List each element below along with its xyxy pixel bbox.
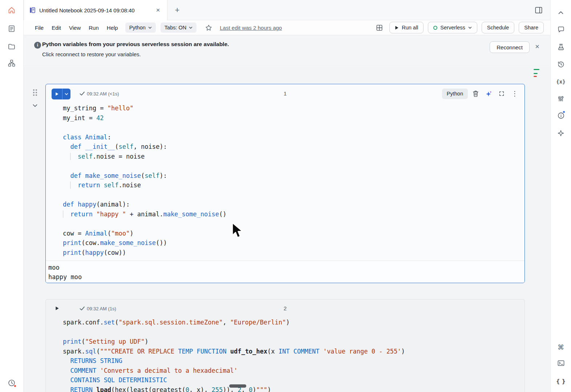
reconnect-button[interactable]: Reconnect <box>490 41 530 53</box>
toolbar: Run all Serverless Schedule Share <box>373 22 544 33</box>
code-line: RETURNS STRING <box>46 356 525 366</box>
panel-toggle-icon[interactable] <box>534 6 543 14</box>
code-line: def happy(animal): <box>46 200 525 209</box>
home-icon[interactable] <box>6 5 17 16</box>
cell-header: 09:32 AM (1s) 2 <box>46 299 525 315</box>
code-line: spark.sql("""CREATE OR REPLACE TEMP FUNC… <box>46 347 525 356</box>
code-line: return "happy " + animal.make_some_noise… <box>46 209 525 219</box>
banner-close-icon[interactable]: × <box>533 42 542 51</box>
menu-item-run[interactable]: Run <box>85 23 103 33</box>
cell-menu-kebab-icon[interactable]: ⋮ <box>509 88 520 99</box>
run-all-label: Run all <box>402 25 418 30</box>
code-line: RETURN lpad(hex(least(greatest(0, x), 25… <box>46 385 525 392</box>
braces-icon[interactable]: { } <box>555 376 566 387</box>
output-line: moo <box>48 263 525 272</box>
info-icon[interactable] <box>555 110 566 121</box>
recents-clock-icon[interactable] <box>6 377 17 388</box>
notification-dot <box>14 385 16 387</box>
menu-item-help[interactable]: Help <box>103 23 122 33</box>
language-selector-label: Python <box>129 25 146 30</box>
play-icon <box>395 25 399 30</box>
assistant-sparkle-icon[interactable] <box>483 88 494 99</box>
menu-bar: File Edit View Run Help Python Tabs: ON … <box>24 20 550 35</box>
code-cell-1[interactable]: 09:32 AM (<1s) 1 Python <box>45 84 525 283</box>
schedule-label: Schedule <box>487 25 509 30</box>
variables-icon[interactable]: {x} <box>555 76 566 87</box>
scrollbar-thumb[interactable] <box>229 384 246 388</box>
new-tab-button[interactable]: + <box>173 5 182 15</box>
code-editor[interactable]: spark.conf.set("spark.sql.session.timeZo… <box>46 315 525 392</box>
notebook-tab-icon <box>29 7 36 13</box>
favorite-star-icon[interactable] <box>204 23 213 32</box>
code-line <box>46 190 525 200</box>
workflows-icon[interactable] <box>6 58 17 69</box>
cell-drag-handle[interactable] <box>33 89 37 96</box>
cell-number: 1 <box>284 90 287 97</box>
run-cell-button[interactable] <box>52 89 70 99</box>
version-history-icon[interactable] <box>555 59 566 70</box>
comments-icon[interactable] <box>555 24 566 35</box>
share-label: Share <box>524 25 538 30</box>
variables-glyph: {x} <box>556 79 565 85</box>
tab-close-icon[interactable]: × <box>154 6 162 14</box>
tab-bar: Untitled Notebook 2025-09-14 09:08:40 × … <box>24 0 550 20</box>
kebab-glyph: ⋮ <box>511 90 518 98</box>
code-line: def make_some_noise(self): <box>46 171 525 181</box>
fullscreen-icon[interactable] <box>496 88 507 99</box>
cell-minimap <box>534 69 539 77</box>
success-check-icon <box>80 306 85 311</box>
tabs-toggle[interactable]: Tabs: ON <box>161 23 197 33</box>
chevron-up-icon[interactable] <box>555 7 566 18</box>
notebook-canvas: 09:32 AM (<1s) 1 Python <box>24 67 550 392</box>
serverless-status-icon <box>433 26 437 30</box>
code-cell-2[interactable]: 09:32 AM (1s) 2 spark.conf.set("spark.sq… <box>45 299 525 392</box>
banner-subtitle: Click reconnect to restore your variable… <box>42 51 141 57</box>
chevron-down-icon <box>189 26 193 29</box>
minimap-mark <box>534 76 537 77</box>
notebook-list-icon[interactable] <box>6 23 17 34</box>
assistant-sparkle-icon[interactable] <box>555 128 566 139</box>
serverless-compute-button[interactable]: Serverless <box>428 22 477 33</box>
menu-item-view[interactable]: View <box>65 23 85 33</box>
info-notification-dot <box>563 111 565 113</box>
code-line <box>46 219 525 229</box>
experiments-flask-icon[interactable] <box>555 41 566 52</box>
schedule-button[interactable]: Schedule <box>482 22 514 33</box>
left-sidebar <box>0 0 24 392</box>
menu-item-edit[interactable]: Edit <box>48 23 65 33</box>
last-edit-link[interactable]: Last edit was 2 hours ago <box>220 25 282 31</box>
code-editor[interactable]: my_string = "hello"my_int = 42class Anim… <box>46 101 525 261</box>
play-icon[interactable] <box>52 89 62 99</box>
layout-grid-icon[interactable] <box>373 22 385 33</box>
run-all-button[interactable]: Run all <box>389 22 424 33</box>
code-line: print("Setting up UDF") <box>46 337 525 347</box>
braces-glyph: { } <box>556 378 566 385</box>
code-line <box>46 123 525 132</box>
menu-item-file[interactable]: File <box>31 23 48 33</box>
main-area: Untitled Notebook 2025-09-14 09:08:40 × … <box>24 0 550 392</box>
run-options-chevron-icon[interactable] <box>62 89 70 99</box>
notebook-tab[interactable]: Untitled Notebook 2025-09-14 09:08:40 × <box>24 0 167 20</box>
cell-language-pill[interactable]: Python <box>442 89 468 99</box>
shortcuts-cmd-icon[interactable]: ⌘ <box>555 342 566 352</box>
code-line: COMMENT 'Converts a decimal to a hexadec… <box>46 366 525 376</box>
output-line: happy moo <box>48 272 525 282</box>
code-line: print(cow.make_some_noise()) <box>46 238 525 248</box>
cell-output: moohappy moo <box>46 261 525 283</box>
cell-run-timestamp: 09:32 AM (1s) <box>87 306 116 311</box>
language-selector[interactable]: Python <box>125 23 156 33</box>
terminal-icon[interactable] <box>555 358 566 368</box>
folder-icon[interactable] <box>6 41 17 52</box>
cell-collapse-chevron-icon[interactable] <box>33 104 37 107</box>
success-check-icon <box>80 91 85 96</box>
code-line: my_string = "hello" <box>46 103 525 113</box>
environment-sliders-icon[interactable] <box>555 93 566 104</box>
session-banner: i Python variables from your previous se… <box>24 35 550 66</box>
share-button[interactable]: Share <box>519 22 544 33</box>
code-line: class Animal: <box>46 132 525 142</box>
delete-cell-trash-icon[interactable] <box>470 88 481 99</box>
run-cell-play-icon[interactable] <box>55 306 59 311</box>
code-line: return self.noise <box>46 180 525 190</box>
cell-header: 09:32 AM (<1s) 1 Python <box>46 84 525 101</box>
code-line <box>46 327 525 337</box>
